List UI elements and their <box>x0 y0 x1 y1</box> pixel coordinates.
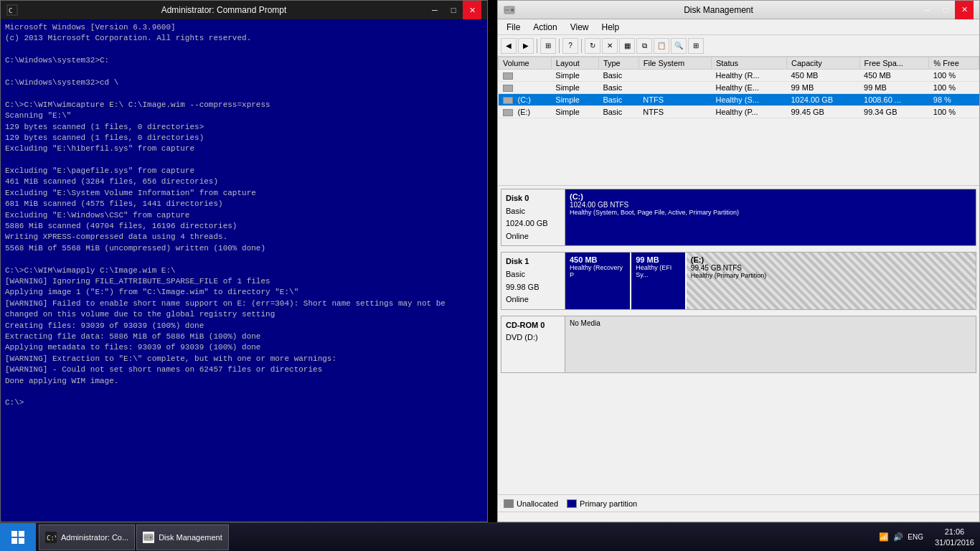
disk-row: CD-ROM 0DVD (D:)No Media <box>501 316 976 373</box>
table-row[interactable]: Simple Basic Healthy (R... 450 MB 450 MB… <box>499 70 979 82</box>
partition-1-1[interactable]: 99 MBHealthy (EFI Sy... <box>631 253 687 309</box>
cell-layout: Simple <box>551 70 598 82</box>
svg-point-12 <box>150 536 152 538</box>
col-pctfree[interactable]: % Free <box>929 57 979 70</box>
cell-capacity: 99.45 GB <box>786 106 859 118</box>
taskbar-item-cmd-label: Administrator: Co... <box>61 533 128 542</box>
taskbar-items: C:\ Administrator: Co... Disk Management <box>36 524 873 550</box>
dm-icon <box>504 4 515 16</box>
dm-close-button[interactable]: ✕ <box>955 1 974 19</box>
partition-1-0[interactable]: 450 MBHealthy (Recovery P <box>565 253 631 309</box>
cell-capacity: 450 MB <box>786 70 859 82</box>
taskbar-tray: 📶 🔊 ENG <box>873 532 929 542</box>
legend-primary-box <box>567 499 577 508</box>
dm-window-controls: ─ □ ✕ <box>918 1 974 19</box>
toolbar-separator-1 <box>537 39 537 53</box>
menu-view[interactable]: View <box>565 21 595 34</box>
col-free[interactable]: Free Spa... <box>859 57 929 70</box>
disk-row: Disk 1Basic99.98 GBOnline450 MBHealthy (… <box>501 252 976 309</box>
menu-action[interactable]: Action <box>527 21 562 34</box>
taskbar-item-dm[interactable]: Disk Management <box>136 524 229 550</box>
taskbar-clock[interactable]: 21:06 31/01/2016 <box>929 527 980 547</box>
cell-pctfree: 100 % <box>929 106 979 118</box>
taskbar-date: 31/01/2016 <box>935 537 974 547</box>
cell-free: 99.34 GB <box>859 106 929 118</box>
col-layout[interactable]: Layout <box>551 57 598 70</box>
toolbar-format-button[interactable]: ▦ <box>619 38 635 54</box>
taskbar: C:\ Administrator: Co... Disk Management… <box>0 522 980 551</box>
cell-pctfree: 100 % <box>929 82 979 94</box>
legend-primary: Primary partition <box>567 499 637 508</box>
cell-type: Basic <box>598 94 639 106</box>
dm-legend: Unallocated Primary partition <box>498 494 979 512</box>
cell-capacity: 99 MB <box>786 82 859 94</box>
col-capacity[interactable]: Capacity <box>786 57 859 70</box>
dm-horizontal-scrollbar[interactable] <box>498 512 979 522</box>
cmd-icon: C <box>6 4 18 16</box>
start-button[interactable] <box>0 523 36 552</box>
svg-rect-7 <box>11 538 17 544</box>
dm-toolbar: ◀ ▶ ⊞ ? ↻ ✕ ▦ ⧉ 📋 🔍 ⊞ <box>498 35 979 57</box>
svg-point-3 <box>511 9 514 11</box>
dm-maximize-button[interactable]: □ <box>936 1 955 19</box>
cmd-close-button[interactable]: ✕ <box>463 1 481 19</box>
disk-management-window: Disk Management ─ □ ✕ File Action View H… <box>497 0 980 522</box>
col-filesystem[interactable]: File System <box>639 57 711 70</box>
disk-label-0: Disk 0Basic1024.00 GBOnline <box>501 189 565 246</box>
svg-rect-13 <box>145 537 149 538</box>
tray-volume-icon: 🔊 <box>893 532 903 542</box>
toolbar-delete-button[interactable]: ✕ <box>602 38 618 54</box>
svg-text:C:\: C:\ <box>47 534 56 542</box>
cell-layout: Simple <box>551 106 598 118</box>
partition-2-0[interactable]: No Media <box>565 316 976 372</box>
table-row[interactable]: Simple Basic Healthy (E... 99 MB 99 MB 1… <box>499 82 979 94</box>
toolbar-separator-2 <box>559 39 560 53</box>
cell-volume <box>499 70 552 82</box>
dm-minimize-button[interactable]: ─ <box>918 1 936 19</box>
cmd-output[interactable]: Microsoft Windows [Version 6.3.9600] (c)… <box>1 19 487 522</box>
toolbar-refresh-button[interactable]: ↻ <box>585 38 600 54</box>
cmd-minimize-button[interactable]: ─ <box>425 1 444 19</box>
disk-taskbar-icon <box>143 532 154 543</box>
col-type[interactable]: Type <box>598 57 639 70</box>
svg-rect-6 <box>19 531 24 537</box>
taskbar-time: 21:06 <box>935 527 974 537</box>
toolbar-search-button[interactable]: 🔍 <box>671 38 687 54</box>
cell-type: Basic <box>598 106 639 118</box>
partition-0-0[interactable]: (C:)1024.00 GB NTFSHealthy (System, Boot… <box>565 189 976 245</box>
table-row[interactable]: (E:) Simple Basic NTFS Healthy (P... 99.… <box>499 106 979 118</box>
disk-partitions-0: (C:)1024.00 GB NTFSHealthy (System, Boot… <box>565 189 976 246</box>
toolbar-copy-button[interactable]: ⧉ <box>636 38 652 54</box>
toolbar-options-button[interactable]: ⊞ <box>688 38 704 54</box>
cmd-titlebar: C Administrator: Command Prompt ─ □ ✕ <box>1 1 487 19</box>
legend-unallocated: Unallocated <box>504 499 558 508</box>
menu-file[interactable]: File <box>501 21 526 34</box>
partition-1-2[interactable]: (E:)99.45 GB NTFSHealthy (Primary Partit… <box>687 253 976 309</box>
cell-status: Healthy (P... <box>711 106 786 118</box>
volume-table-area: Volume Layout Type File System Status Ca… <box>498 57 979 186</box>
toolbar-back-button[interactable]: ◀ <box>501 38 517 54</box>
col-volume[interactable]: Volume <box>499 57 552 70</box>
cmd-taskbar-icon: C:\ <box>45 532 57 543</box>
cell-free: 450 MB <box>859 70 929 82</box>
taskbar-item-cmd[interactable]: C:\ Administrator: Co... <box>39 524 135 550</box>
toolbar-properties-button[interactable]: ⊞ <box>540 38 556 54</box>
cell-layout: Simple <box>551 94 598 106</box>
menu-help[interactable]: Help <box>596 21 626 34</box>
cmd-maximize-button[interactable]: □ <box>444 1 463 19</box>
table-row[interactable]: (C:) Simple Basic NTFS Healthy (S... 102… <box>499 94 979 106</box>
cell-type: Basic <box>598 70 639 82</box>
cell-type: Basic <box>598 82 639 94</box>
table-header-row: Volume Layout Type File System Status Ca… <box>499 57 979 70</box>
toolbar-paste-button[interactable]: 📋 <box>654 38 669 54</box>
legend-primary-label: Primary partition <box>580 499 637 508</box>
toolbar-forward-button[interactable]: ▶ <box>518 38 534 54</box>
col-status[interactable]: Status <box>711 57 786 70</box>
cell-filesystem: NTFS <box>639 94 711 106</box>
cell-volume: (C:) <box>499 94 552 106</box>
cell-capacity: 1024.00 GB <box>786 94 859 106</box>
toolbar-help-button[interactable]: ? <box>562 38 578 54</box>
windows-logo-icon <box>11 530 25 545</box>
cell-filesystem <box>639 82 711 94</box>
dm-menubar: File Action View Help <box>498 19 979 35</box>
